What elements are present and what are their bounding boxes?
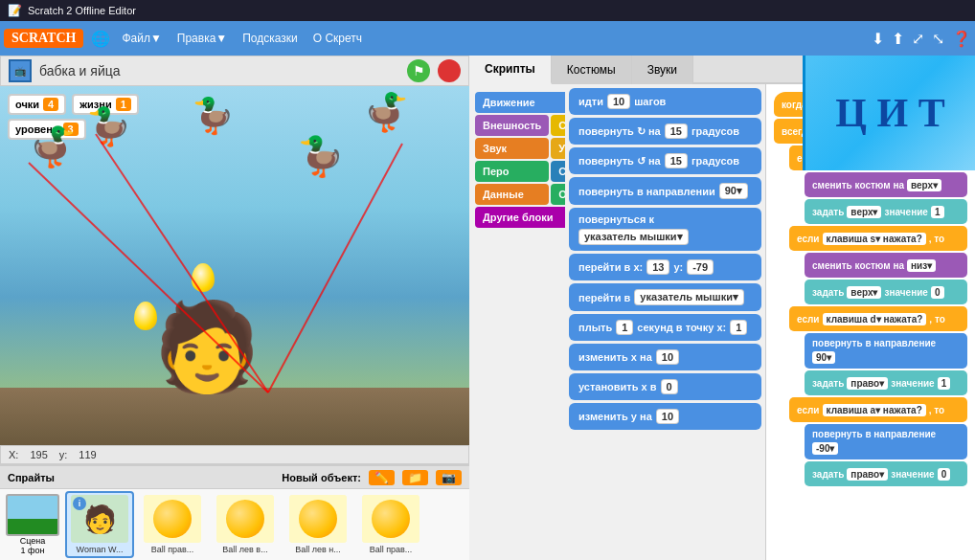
stage-icon: 📺 [9, 59, 32, 82]
paint-sprite-button[interactable]: ✏️ [369, 470, 395, 485]
cat-appearance[interactable]: Внешность [475, 115, 549, 136]
ws-block-if-s[interactable]: если клавиша s▾ нажата? , то [789, 226, 967, 251]
block-change-x[interactable]: изменить х на 10 [569, 344, 761, 370]
edit-menu[interactable]: Правка▼ [170, 28, 235, 49]
decoration-panel: Ц И Т [803, 56, 975, 170]
sprite-info-icon[interactable]: i [73, 497, 86, 510]
stop-button[interactable] [438, 59, 461, 82]
sprite-name-ball4: Ball прав... [370, 545, 413, 554]
sprite-thumb-ball3 [289, 495, 347, 543]
sprite-name-ball2: Ball лев в... [222, 545, 267, 554]
block-point-dir[interactable]: повернуть в направлении 90▾ [569, 177, 761, 205]
scene-sub: 1 фон [21, 546, 45, 555]
sprite-name-woman: Woman W... [77, 545, 124, 554]
categories-grid: Движение Внешность События Звук Управлен… [471, 88, 563, 232]
sprite-item-ball2[interactable]: Ball лев в... [211, 491, 280, 558]
new-object-label: Новый объект: [282, 472, 361, 483]
sprites-panel: Спрайты Новый объект: ✏️ 📁 📷 Сцена 1 фон… [0, 464, 469, 560]
ws-block-set-right-0[interactable]: задать право▾ значение 0 [805, 461, 967, 486]
cat-other[interactable]: Другие блоки [475, 207, 565, 228]
sprite-item-ball4[interactable]: Ball прав... [356, 491, 425, 558]
scene-item[interactable]: Сцена 1 фон [4, 494, 61, 555]
y-coord-label: y: [59, 449, 68, 460]
sprite-thumb-ball2 [216, 495, 274, 543]
tab-scripts[interactable]: Скрипты [469, 56, 552, 84]
cat-operators[interactable]: Операторы [551, 184, 565, 205]
block-glide[interactable]: плыть 1 секунд в точку x: 1 [569, 314, 761, 341]
tab-sounds[interactable]: Звуки [632, 56, 693, 84]
expand-icon[interactable]: ⤢ [912, 30, 924, 48]
ws-block-if-d[interactable]: если клавиша d▾ нажата? , то [789, 306, 967, 331]
egg-sprite-1 [134, 302, 157, 330]
stage-canvas[interactable]: очки 4 жизни 1 уровень 3 🦆 🦆 [0, 86, 469, 445]
x-coord-value: 195 [30, 449, 47, 460]
ball1-shape [153, 500, 192, 538]
ws-block-costume-bottom[interactable]: сменить костюм на низ▾ [805, 253, 967, 278]
bird-sprite-2: 🦆 [86, 105, 131, 147]
cat-sound[interactable]: Звук [475, 138, 549, 159]
upload-icon[interactable]: ⬆ [892, 30, 904, 48]
bird-sprite-4: 🦆 [297, 134, 345, 179]
bird-sprite-3: 🦆 [192, 96, 235, 136]
app-icon: 📝 [8, 4, 22, 17]
y-coord-value: 119 [79, 449, 96, 460]
cat-movement[interactable]: Движение [475, 92, 565, 113]
ws-block-point-90[interactable]: повернуть в направление 90▾ [805, 333, 967, 369]
scratch-logo[interactable]: SCRATCH [4, 29, 83, 48]
cat-events[interactable]: События [551, 115, 565, 136]
collapse-icon[interactable]: ⤡ [932, 30, 944, 48]
sprites-list: Сцена 1 фон i 🧑 Woman W... Ball [0, 489, 469, 560]
tab-costumes[interactable]: Костюмы [552, 56, 632, 84]
scene-thumbnail [6, 494, 59, 536]
categories-list: Движение Внешность События Звук Управлен… [469, 84, 565, 560]
download-icon[interactable]: ⬇ [872, 30, 884, 48]
stage-coords: X: 195 y: 119 [0, 445, 469, 464]
ws-block-point-neg90[interactable]: повернуть в направление -90▾ [805, 424, 967, 459]
sprite-thumb-woman: i 🧑 [71, 495, 128, 543]
upload-sprite-button[interactable]: 📁 [402, 470, 428, 485]
ws-block-if-a[interactable]: если клавиша a▾ нажата? , то [789, 397, 967, 422]
woman-thumb-icon: 🧑 [83, 504, 117, 535]
hints-menu[interactable]: Подсказки [235, 28, 306, 49]
woman-sprite: 🧑 [153, 297, 261, 397]
stage-area: 📺 бабка и яйца ⚑ очки 4 жизни [0, 56, 469, 560]
cat-data[interactable]: Данные [475, 184, 549, 205]
bird-sprite-1: 🦆 [29, 124, 77, 169]
score-label: очки 4 [8, 94, 66, 115]
block-set-x[interactable]: установить х в 0 [569, 373, 761, 400]
main-area: 📺 бабка и яйца ⚑ очки 4 жизни [0, 56, 975, 560]
help-icon[interactable]: ❓ [952, 30, 971, 48]
x-coord-label: X: [9, 449, 18, 460]
app-title: Scratch 2 Offline Editor [28, 5, 136, 16]
ws-block-set-top-1[interactable]: задать верх▾ значение 1 [805, 199, 967, 224]
block-change-y[interactable]: изменить у на 10 [569, 403, 761, 430]
about-menu[interactable]: О Скретч [306, 28, 370, 49]
block-goto-xy[interactable]: перейти в x: 13 y: -79 [569, 254, 761, 280]
ws-block-set-top-0[interactable]: задать верх▾ значение 0 [805, 280, 967, 304]
stage-header: 📺 бабка и яйца ⚑ [0, 56, 469, 86]
sprite-name-ball1: Ball прав... [151, 545, 194, 554]
green-flag-button[interactable]: ⚑ [407, 59, 430, 82]
block-point-towards[interactable]: повернуться к указатель мышки▾ [569, 208, 761, 251]
sprites-header: Спрайты Новый объект: ✏️ 📁 📷 [0, 466, 469, 489]
scene-name: Сцена [20, 536, 46, 546]
cat-pen[interactable]: Перо [475, 161, 549, 182]
sprite-item-woman[interactable]: i 🧑 Woman W... [65, 491, 134, 558]
cat-sensors[interactable]: Сенсоры [551, 161, 565, 182]
ws-block-set-right-1[interactable]: задать право▾ значение 1 [805, 370, 967, 395]
menu-bar: SCRATCH 🌐 Файл▼ Правка▼ Подсказки О Скре… [0, 21, 975, 56]
globe-button[interactable]: 🌐 [91, 30, 110, 48]
file-menu[interactable]: Файл▼ [114, 28, 169, 49]
camera-sprite-button[interactable]: 📷 [436, 470, 462, 485]
ball4-shape [372, 500, 410, 538]
block-goto[interactable]: перейти в указатель мышки▾ [569, 283, 761, 311]
sprite-item-ball1[interactable]: Ball прав... [138, 491, 207, 558]
stage-title: бабка и яйца [39, 63, 121, 78]
block-go-steps[interactable]: идти 10 шагов [569, 88, 761, 115]
sprite-item-ball3[interactable]: Ball лев н... [283, 491, 352, 558]
cat-control[interactable]: Управление [551, 138, 565, 159]
ws-block-costume-top[interactable]: сменить костюм на верх▾ [805, 172, 967, 197]
block-turn-ccw[interactable]: повернуть ↺ на 15 градусов [569, 147, 761, 174]
block-turn-cw[interactable]: повернуть ↻ на 15 градусов [569, 118, 761, 145]
sprites-title: Спрайты [8, 472, 55, 483]
